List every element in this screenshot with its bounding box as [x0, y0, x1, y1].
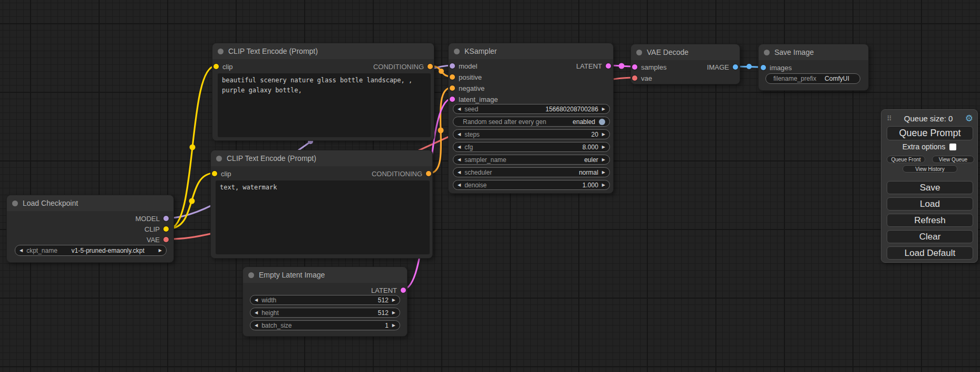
- scheduler-widget[interactable]: ◀ scheduler normal ▶: [453, 167, 610, 177]
- increment-arrow-icon[interactable]: ▶: [602, 145, 605, 149]
- queue-prompt-button[interactable]: Queue Prompt: [887, 126, 973, 140]
- increment-arrow-icon[interactable]: ▶: [159, 249, 162, 253]
- output-conditioning[interactable]: CONDITIONING: [372, 169, 431, 178]
- clip-port-icon[interactable]: [214, 64, 219, 69]
- node-header[interactable]: Load Checkpoint: [7, 195, 173, 211]
- height-widget[interactable]: ◀ height 512 ▶: [250, 308, 400, 318]
- collapse-dot-icon[interactable]: [764, 50, 770, 55]
- output-latent[interactable]: LATENT: [371, 285, 406, 295]
- node-empty-latent-image[interactable]: Empty Latent Image LATENT ◀ width 512 ▶ …: [242, 266, 407, 337]
- node-load-checkpoint[interactable]: Load Checkpoint MODEL CLIP VAE ◀ ckpt_na…: [6, 195, 174, 263]
- sampler-name-widget[interactable]: ◀ sampler_name euler ▶: [453, 155, 610, 165]
- settings-gear-icon[interactable]: ⚙: [965, 114, 973, 123]
- conditioning-port-icon[interactable]: [450, 74, 455, 80]
- random-seed-widget[interactable]: Random seed after every gen enabled: [453, 117, 610, 127]
- node-header[interactable]: Empty Latent Image: [243, 267, 407, 283]
- output-vae[interactable]: VAE: [147, 235, 169, 244]
- decrement-arrow-icon[interactable]: ◀: [458, 132, 461, 137]
- output-conditioning[interactable]: CONDITIONING: [373, 62, 433, 71]
- increment-arrow-icon[interactable]: ▶: [392, 323, 395, 328]
- load-default-button[interactable]: Load Default: [887, 246, 973, 260]
- input-samples[interactable]: samples: [632, 62, 666, 72]
- node-header[interactable]: Save Image: [759, 44, 868, 60]
- node-header[interactable]: CLIP Text Encode (Prompt): [212, 43, 434, 59]
- queue-front-button[interactable]: Queue Front: [887, 156, 925, 163]
- filename-prefix-widget[interactable]: filename_prefix ComfyUI: [765, 73, 860, 84]
- collapse-dot-icon[interactable]: [218, 49, 224, 54]
- view-queue-button[interactable]: View Queue: [932, 156, 974, 163]
- increment-arrow-icon[interactable]: ▶: [392, 311, 395, 315]
- denoise-widget[interactable]: ◀ denoise 1.000 ▶: [453, 180, 610, 190]
- conditioning-port-icon[interactable]: [426, 171, 431, 176]
- decrement-arrow-icon[interactable]: ◀: [255, 311, 258, 315]
- image-port-icon[interactable]: [733, 64, 738, 70]
- steps-widget[interactable]: ◀ steps 20 ▶: [453, 129, 610, 139]
- latent-port-icon[interactable]: [632, 64, 637, 70]
- collapse-dot-icon[interactable]: [216, 156, 222, 161]
- vae-port-icon[interactable]: [163, 237, 169, 242]
- input-clip[interactable]: clip: [214, 62, 233, 71]
- latent-port-icon[interactable]: [606, 63, 611, 69]
- drag-handle-icon[interactable]: ⠿: [887, 115, 892, 122]
- image-port-icon[interactable]: [761, 65, 766, 70]
- extra-options-checkbox[interactable]: [949, 144, 956, 150]
- node-clip-text-encode-negative[interactable]: CLIP Text Encode (Prompt) clip CONDITION…: [210, 150, 433, 259]
- decrement-arrow-icon[interactable]: ◀: [458, 158, 461, 162]
- latent-port-icon[interactable]: [401, 288, 406, 293]
- load-button[interactable]: Load: [887, 197, 973, 211]
- model-port-icon[interactable]: [163, 216, 169, 221]
- increment-arrow-icon[interactable]: ▶: [602, 132, 605, 137]
- input-images[interactable]: images: [761, 63, 792, 72]
- increment-arrow-icon[interactable]: ▶: [602, 183, 605, 187]
- decrement-arrow-icon[interactable]: ◀: [458, 183, 461, 187]
- view-history-button[interactable]: View History: [903, 165, 957, 173]
- node-header[interactable]: CLIP Text Encode (Prompt): [211, 150, 432, 166]
- collapse-dot-icon[interactable]: [636, 50, 642, 55]
- model-port-icon[interactable]: [450, 63, 455, 69]
- graph-canvas[interactable]: Load Checkpoint MODEL CLIP VAE ◀ ckpt_na…: [0, 0, 980, 372]
- increment-arrow-icon[interactable]: ▶: [602, 107, 605, 111]
- node-ksampler[interactable]: KSampler model positive negative latent_…: [448, 43, 614, 194]
- node-clip-text-encode-positive[interactable]: CLIP Text Encode (Prompt) clip CONDITION…: [212, 43, 434, 141]
- input-positive[interactable]: positive: [450, 72, 482, 82]
- increment-arrow-icon[interactable]: ▶: [392, 298, 395, 302]
- input-latent-image[interactable]: latent_image: [450, 94, 498, 104]
- node-header[interactable]: KSampler: [449, 43, 613, 59]
- clear-button[interactable]: Clear: [887, 230, 973, 243]
- conditioning-port-icon[interactable]: [450, 85, 455, 91]
- input-vae[interactable]: vae: [632, 73, 652, 83]
- input-negative[interactable]: negative: [450, 83, 484, 93]
- decrement-arrow-icon[interactable]: ◀: [458, 107, 461, 111]
- conditioning-port-icon[interactable]: [428, 64, 433, 69]
- refresh-button[interactable]: Refresh: [887, 214, 973, 227]
- node-header[interactable]: VAE Decode: [631, 44, 740, 60]
- input-clip[interactable]: clip: [212, 169, 231, 178]
- input-model[interactable]: model: [450, 61, 477, 71]
- node-vae-decode[interactable]: VAE Decode samples vae IMAGE: [630, 44, 740, 84]
- node-save-image[interactable]: Save Image images filename_prefix ComfyU…: [758, 44, 869, 91]
- negative-prompt-textarea[interactable]: text, watermark: [216, 180, 430, 254]
- batch-size-widget[interactable]: ◀ batch_size 1 ▶: [250, 320, 400, 330]
- comfy-menu-panel[interactable]: ⠿ Queue size: 0 ⚙ Queue Prompt Extra opt…: [881, 109, 978, 263]
- positive-prompt-textarea[interactable]: beautiful scenery nature glass bottle la…: [218, 73, 431, 137]
- output-model[interactable]: MODEL: [135, 214, 169, 223]
- output-image[interactable]: IMAGE: [707, 62, 738, 72]
- collapse-dot-icon[interactable]: [12, 201, 18, 206]
- output-clip[interactable]: CLIP: [144, 224, 169, 234]
- clip-port-icon[interactable]: [163, 226, 169, 232]
- decrement-arrow-icon[interactable]: ◀: [458, 145, 461, 149]
- decrement-arrow-icon[interactable]: ◀: [20, 249, 23, 253]
- ckpt-name-widget[interactable]: ◀ ckpt_name v1-5-pruned-emaonly.ckpt ▶: [15, 245, 167, 256]
- random-seed-toggle-icon[interactable]: [599, 119, 605, 125]
- save-button[interactable]: Save: [887, 181, 973, 194]
- decrement-arrow-icon[interactable]: ◀: [458, 170, 461, 175]
- decrement-arrow-icon[interactable]: ◀: [255, 298, 258, 302]
- collapse-dot-icon[interactable]: [248, 272, 254, 278]
- cfg-widget[interactable]: ◀ cfg 8.000 ▶: [453, 142, 610, 152]
- output-latent[interactable]: LATENT: [576, 61, 611, 71]
- latent-port-icon[interactable]: [450, 97, 455, 102]
- width-widget[interactable]: ◀ width 512 ▶: [250, 295, 400, 305]
- increment-arrow-icon[interactable]: ▶: [602, 158, 605, 162]
- increment-arrow-icon[interactable]: ▶: [602, 170, 605, 175]
- collapse-dot-icon[interactable]: [454, 49, 460, 54]
